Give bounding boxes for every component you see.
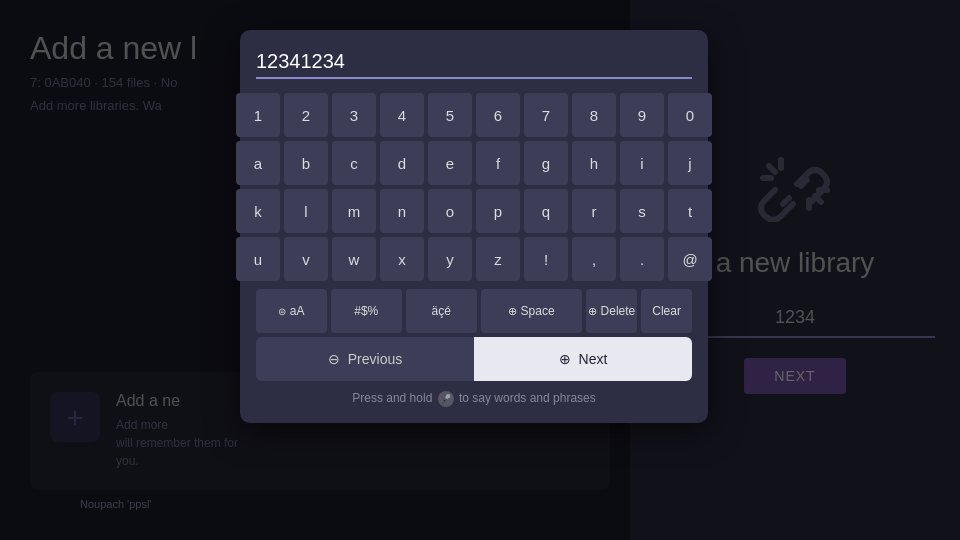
keyboard-rows: 1 2 3 4 5 6 7 8 9 0 a b c d e f g h i j … (256, 93, 692, 333)
keyboard-input[interactable] (256, 46, 692, 79)
key-3[interactable]: 3 (332, 93, 376, 137)
keyboard-modal: 1 2 3 4 5 6 7 8 9 0 a b c d e f g h i j … (240, 30, 708, 423)
key-f[interactable]: f (476, 141, 520, 185)
mic-icon: 🎤 (438, 391, 454, 407)
key-1[interactable]: 1 (236, 93, 280, 137)
key-4[interactable]: 4 (380, 93, 424, 137)
key-at[interactable]: @ (668, 237, 712, 281)
key-p[interactable]: p (476, 189, 520, 233)
key-exclaim[interactable]: ! (524, 237, 568, 281)
key-2[interactable]: 2 (284, 93, 328, 137)
key-v[interactable]: v (284, 237, 328, 281)
key-g[interactable]: g (524, 141, 568, 185)
key-y[interactable]: y (428, 237, 472, 281)
special-chars-button[interactable]: #$% (331, 289, 402, 333)
key-o[interactable]: o (428, 189, 472, 233)
alpha-row-3: u v w x y z ! , . @ (256, 237, 692, 281)
accent-button[interactable]: äçé (406, 289, 477, 333)
key-b[interactable]: b (284, 141, 328, 185)
key-comma[interactable]: , (572, 237, 616, 281)
key-k[interactable]: k (236, 189, 280, 233)
alpha-row-1: a b c d e f g h i j (256, 141, 692, 185)
special-key-row: ⊜ aA #$% äçé ⊕ Space ⊕ Delete Clear (256, 289, 692, 333)
next-button[interactable]: ⊕ Next (474, 337, 692, 381)
key-period[interactable]: . (620, 237, 664, 281)
keyboard-nav: ⊖ Previous ⊕ Next (256, 337, 692, 381)
clear-button[interactable]: Clear (641, 289, 692, 333)
key-d[interactable]: d (380, 141, 424, 185)
key-i[interactable]: i (620, 141, 664, 185)
key-a[interactable]: a (236, 141, 280, 185)
key-9[interactable]: 9 (620, 93, 664, 137)
previous-button[interactable]: ⊖ Previous (256, 337, 474, 381)
next-icon: ⊕ (559, 351, 571, 367)
key-x[interactable]: x (380, 237, 424, 281)
key-r[interactable]: r (572, 189, 616, 233)
key-m[interactable]: m (332, 189, 376, 233)
key-t[interactable]: t (668, 189, 712, 233)
key-e[interactable]: e (428, 141, 472, 185)
key-z[interactable]: z (476, 237, 520, 281)
key-n[interactable]: n (380, 189, 424, 233)
key-w[interactable]: w (332, 237, 376, 281)
alpha-row-2: k l m n o p q r s t (256, 189, 692, 233)
key-h[interactable]: h (572, 141, 616, 185)
key-0[interactable]: 0 (668, 93, 712, 137)
keyboard-hint: Press and hold 🎤 to say words and phrase… (256, 391, 692, 407)
symbol-toggle-button[interactable]: ⊜ aA (256, 289, 327, 333)
key-8[interactable]: 8 (572, 93, 616, 137)
key-s[interactable]: s (620, 189, 664, 233)
previous-icon: ⊖ (328, 351, 340, 367)
key-5[interactable]: 5 (428, 93, 472, 137)
key-q[interactable]: q (524, 189, 568, 233)
key-u[interactable]: u (236, 237, 280, 281)
key-j[interactable]: j (668, 141, 712, 185)
key-6[interactable]: 6 (476, 93, 520, 137)
delete-button[interactable]: ⊕ Delete (586, 289, 637, 333)
key-c[interactable]: c (332, 141, 376, 185)
key-l[interactable]: l (284, 189, 328, 233)
space-button[interactable]: ⊕ Space (481, 289, 583, 333)
number-row: 1 2 3 4 5 6 7 8 9 0 (256, 93, 692, 137)
key-7[interactable]: 7 (524, 93, 568, 137)
